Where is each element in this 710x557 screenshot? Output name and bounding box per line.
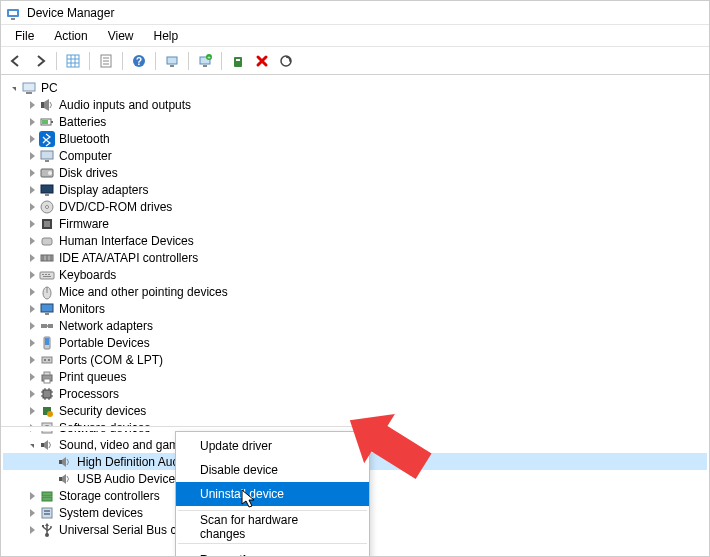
expand-collapse-icon[interactable] <box>25 319 39 333</box>
svg-point-96 <box>50 526 52 528</box>
tree-node-label: Disk drives <box>59 166 124 180</box>
tree-node-label: Keyboards <box>59 268 122 282</box>
expand-collapse-icon[interactable] <box>25 370 39 384</box>
speaker-icon <box>39 97 55 113</box>
menu-action[interactable]: Action <box>44 27 97 45</box>
toolbar-device-install-button[interactable] <box>227 50 249 72</box>
expand-collapse-icon[interactable] <box>25 217 39 231</box>
tree-node-label: USB Audio Device <box>77 472 181 486</box>
cpu-icon <box>39 386 55 402</box>
expand-collapse-icon[interactable] <box>25 336 39 350</box>
svg-rect-61 <box>42 357 52 363</box>
expand-collapse-icon[interactable] <box>25 506 39 520</box>
tree-row[interactable]: Disk drives <box>3 164 707 181</box>
tree-row[interactable]: Computer <box>3 147 707 164</box>
svg-rect-86 <box>42 492 52 496</box>
keyboard-icon <box>39 267 55 283</box>
expand-collapse-icon[interactable] <box>25 234 39 248</box>
tree-row[interactable]: Portable Devices <box>3 334 707 351</box>
expand-collapse-icon[interactable] <box>25 98 39 112</box>
tree-row[interactable]: Mice and other pointing devices <box>3 283 707 300</box>
expand-collapse-icon[interactable] <box>25 268 39 282</box>
tree-node-label: DVD/CD-ROM drives <box>59 200 178 214</box>
expand-collapse-icon[interactable] <box>25 132 39 146</box>
svg-rect-42 <box>42 238 52 245</box>
toolbar-properties-button[interactable] <box>95 50 117 72</box>
svg-rect-60 <box>45 338 49 345</box>
tree-row[interactable]: Display adapters <box>3 181 707 198</box>
tree-row[interactable]: Bluetooth <box>3 130 707 147</box>
tree-row[interactable]: Firmware <box>3 215 707 232</box>
disk-icon <box>39 165 55 181</box>
tree-row[interactable]: Batteries <box>3 113 707 130</box>
svg-marker-97 <box>45 523 49 526</box>
svg-point-62 <box>44 359 46 361</box>
expand-collapse-icon[interactable] <box>25 302 39 316</box>
toolbar-help-button[interactable]: ? <box>128 50 150 72</box>
svg-rect-36 <box>41 185 53 193</box>
svg-rect-21 <box>236 59 240 61</box>
svg-text:?: ? <box>136 56 142 67</box>
expand-collapse-icon[interactable] <box>25 166 39 180</box>
toolbar-back-button[interactable] <box>5 50 27 72</box>
tree-row[interactable]: Processors <box>3 385 707 402</box>
expand-collapse-icon[interactable] <box>25 183 39 197</box>
menu-file[interactable]: File <box>5 27 44 45</box>
expand-collapse-icon[interactable] <box>25 285 39 299</box>
toolbar-update-button[interactable]: + <box>194 50 216 72</box>
context-menu-item[interactable]: Uninstall device <box>176 482 369 506</box>
svg-marker-27 <box>44 99 49 111</box>
tree-row[interactable]: Ports (COM & LPT) <box>3 351 707 368</box>
tree-row[interactable]: Audio inputs and outputs <box>3 96 707 113</box>
port-icon <box>39 352 55 368</box>
toolbar-scan-hw-button[interactable] <box>275 50 297 72</box>
expand-collapse-icon[interactable] <box>25 353 39 367</box>
tree-spacer <box>43 472 57 486</box>
computer-icon <box>39 148 55 164</box>
tree-node-label: Ports (COM & LPT) <box>59 353 169 367</box>
toolbar-show-hidden-button[interactable] <box>62 50 84 72</box>
svg-rect-90 <box>44 513 50 515</box>
expand-collapse-icon[interactable] <box>25 438 39 452</box>
system-icon <box>39 505 55 521</box>
tree-node-label: Network adapters <box>59 319 159 333</box>
toolbar-forward-button[interactable] <box>29 50 51 72</box>
tree-node-label: Batteries <box>59 115 112 129</box>
expand-collapse-icon[interactable] <box>25 251 39 265</box>
dvd-icon <box>39 199 55 215</box>
svg-marker-83 <box>62 457 66 467</box>
context-menu-item[interactable]: Scan for hardware changes <box>176 515 369 539</box>
tree-node-label: PC <box>41 81 64 95</box>
expand-collapse-icon[interactable] <box>25 149 39 163</box>
tree-row[interactable]: IDE ATA/ATAPI controllers <box>3 249 707 266</box>
tree-row[interactable]: Network adapters <box>3 317 707 334</box>
svg-rect-54 <box>41 304 53 312</box>
expand-collapse-icon[interactable] <box>7 81 21 95</box>
expand-collapse-icon[interactable] <box>25 387 39 401</box>
ide-icon <box>39 250 55 266</box>
menu-view[interactable]: View <box>98 27 144 45</box>
tree-node-label: Universal Serial Bus co <box>59 523 189 537</box>
menu-help[interactable]: Help <box>144 27 189 45</box>
tree-row[interactable]: Monitors <box>3 300 707 317</box>
svg-rect-15 <box>170 65 174 67</box>
tree-row[interactable]: Print queues <box>3 368 707 385</box>
tree-node-label: IDE ATA/ATAPI controllers <box>59 251 204 265</box>
tree-row[interactable]: Keyboards <box>3 266 707 283</box>
tree-node-label: High Definition Auc <box>77 455 184 469</box>
expand-collapse-icon[interactable] <box>25 200 39 214</box>
expand-collapse-icon[interactable] <box>25 489 39 503</box>
svg-rect-32 <box>41 151 53 159</box>
toolbar-scan-button[interactable] <box>161 50 183 72</box>
tree-row[interactable]: DVD/CD-ROM drives <box>3 198 707 215</box>
tree-node-label: Portable Devices <box>59 336 156 350</box>
tree-row[interactable]: PC <box>3 79 707 96</box>
toolbar-uninstall-button[interactable] <box>251 50 273 72</box>
expand-collapse-icon[interactable] <box>25 523 39 537</box>
expand-collapse-icon[interactable] <box>25 115 39 129</box>
tree-row[interactable]: Human Interface Devices <box>3 232 707 249</box>
expand-collapse-icon[interactable] <box>25 404 39 418</box>
svg-rect-50 <box>48 274 50 275</box>
context-menu-item[interactable]: Properties <box>176 548 369 557</box>
svg-rect-66 <box>44 379 50 383</box>
